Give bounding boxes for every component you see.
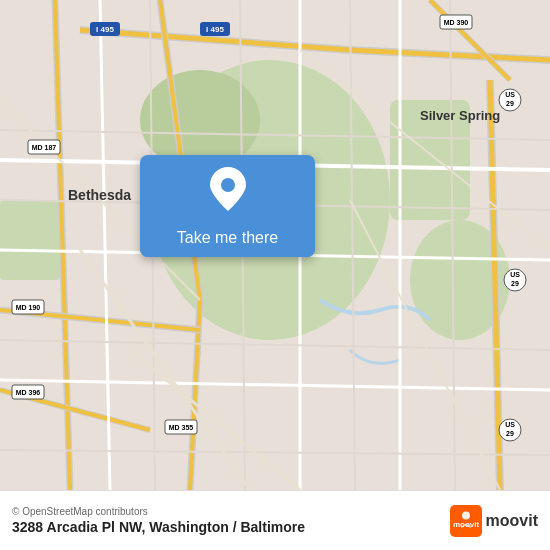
svg-text:Silver Spring: Silver Spring — [420, 108, 500, 123]
svg-text:MD 355: MD 355 — [169, 424, 194, 431]
svg-text:29: 29 — [506, 100, 514, 107]
moovit-logo: moovit moovit — [450, 505, 538, 537]
svg-text:US: US — [505, 421, 515, 428]
svg-point-68 — [221, 178, 235, 192]
svg-text:29: 29 — [511, 280, 519, 287]
copyright-text: © OpenStreetMap contributors — [12, 506, 305, 517]
svg-point-71 — [462, 511, 470, 519]
svg-text:I 495: I 495 — [96, 25, 114, 34]
svg-text:MD 187: MD 187 — [32, 144, 57, 151]
bottom-bar: © OpenStreetMap contributors 3288 Arcadi… — [0, 490, 550, 550]
take-me-there-button[interactable]: Take me there — [140, 219, 315, 257]
svg-text:29: 29 — [506, 430, 514, 437]
bottom-left-info: © OpenStreetMap contributors 3288 Arcadi… — [12, 506, 305, 535]
svg-text:MD 396: MD 396 — [16, 389, 41, 396]
svg-text:MD 190: MD 190 — [16, 304, 41, 311]
moovit-brand-text: moovit — [486, 512, 538, 530]
svg-text:I 495: I 495 — [206, 25, 224, 34]
svg-text:Bethesda: Bethesda — [68, 187, 131, 203]
svg-text:US: US — [510, 271, 520, 278]
svg-text:MD 390: MD 390 — [444, 19, 469, 26]
location-pin — [210, 167, 246, 215]
svg-rect-4 — [0, 200, 60, 280]
moovit-logo-icon: moovit — [450, 505, 482, 537]
address-text: 3288 Arcadia Pl NW, Washington / Baltimo… — [12, 519, 305, 535]
svg-text:moovit: moovit — [452, 519, 479, 528]
popup-overlay[interactable]: Take me there — [140, 155, 315, 257]
map-container: I 495 I 495 MD 390 US 29 US 29 US 29 MD … — [0, 0, 550, 490]
svg-text:US: US — [505, 91, 515, 98]
